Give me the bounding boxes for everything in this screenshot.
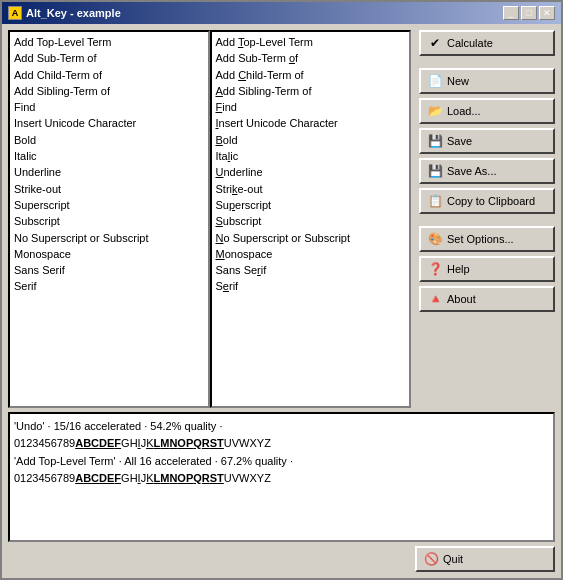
list-item[interactable]: Serif (214, 278, 408, 294)
new-button[interactable]: 📄 New (419, 68, 555, 94)
list-item[interactable]: Sans Serif (214, 262, 408, 278)
set-options-label: Set Options... (447, 233, 514, 245)
list-item[interactable]: Bold (12, 132, 206, 148)
sidebar: ✔ Calculate 📄 New 📂 Load... 💾 Save (415, 30, 555, 408)
calculate-label: Calculate (447, 37, 493, 49)
save-as-icon: 💾 (427, 164, 443, 178)
list-item[interactable]: Italic (12, 148, 206, 164)
minimize-button[interactable]: _ (503, 6, 519, 20)
list-item[interactable]: Add Sibling-Term of (12, 83, 206, 99)
left-list[interactable]: Add Top-Level TermAdd Sub-Term ofAdd Chi… (10, 32, 208, 406)
list-item[interactable]: Sans Serif (12, 262, 206, 278)
load-button[interactable]: 📂 Load... (419, 98, 555, 124)
new-label: New (447, 75, 469, 87)
list-item[interactable]: Underline (12, 164, 206, 180)
bottom-line1: 'Undo' · 15/16 accelerated · 54.2% quali… (14, 418, 549, 451)
main-area: Add Top-Level TermAdd Sub-Term ofAdd Chi… (8, 30, 555, 408)
new-icon: 📄 (427, 74, 443, 88)
list-item[interactable]: Superscript (214, 197, 408, 213)
list-item[interactable]: Strike-out (12, 181, 206, 197)
list-item[interactable]: Add Child-Term of (12, 67, 206, 83)
list-item[interactable]: Add Sub-Term of (12, 50, 206, 66)
calculate-button[interactable]: ✔ Calculate (419, 30, 555, 56)
load-icon: 📂 (427, 104, 443, 118)
list-item[interactable]: Add Top-Level Term (214, 34, 408, 50)
alphabet-line1: 0123456789ABCDEFGHIJKLMNOPQRSTUVWXYZ (14, 437, 271, 449)
help-label: Help (447, 263, 470, 275)
about-button[interactable]: 🔺 About (419, 286, 555, 312)
save-as-button[interactable]: 💾 Save As... (419, 158, 555, 184)
calculate-icon: ✔ (427, 36, 443, 50)
list-item[interactable]: Serif (12, 278, 206, 294)
list-item[interactable]: Strike-out (214, 181, 408, 197)
load-label: Load... (447, 105, 481, 117)
list-item[interactable]: Italic (214, 148, 408, 164)
list-item[interactable]: No Superscript or Subscript (12, 230, 206, 246)
left-list-container: Add Top-Level TermAdd Sub-Term ofAdd Chi… (8, 30, 210, 408)
save-as-label: Save As... (447, 165, 497, 177)
list-item[interactable]: Add Top-Level Term (12, 34, 206, 50)
bottom-text-scroll[interactable]: 'Undo' · 15/16 accelerated · 54.2% quali… (10, 414, 553, 540)
title-bar-left: A Alt_Key - example (8, 6, 121, 20)
quit-area: 🚫 Quit (8, 546, 555, 572)
list-item[interactable]: Subscript (12, 213, 206, 229)
copy-icon: 📋 (427, 194, 443, 208)
bottom-line2: 'Add Top-Level Term' · All 16 accelerate… (14, 453, 549, 486)
title-bar: A Alt_Key - example _ □ ✕ (2, 2, 561, 24)
quit-label: Quit (443, 553, 463, 565)
list-item[interactable]: Find (214, 99, 408, 115)
close-button[interactable]: ✕ (539, 6, 555, 20)
quit-button[interactable]: 🚫 Quit (415, 546, 555, 572)
save-icon: 💾 (427, 134, 443, 148)
list-item[interactable]: Bold (214, 132, 408, 148)
list-item[interactable]: Underline (214, 164, 408, 180)
set-options-button[interactable]: 🎨 Set Options... (419, 226, 555, 252)
window-icon: A (8, 6, 22, 20)
options-icon: 🎨 (427, 232, 443, 246)
save-label: Save (447, 135, 472, 147)
list-item[interactable]: Add Sibling-Term of (214, 83, 408, 99)
help-button[interactable]: ❓ Help (419, 256, 555, 282)
right-list[interactable]: Add Top-Level TermAdd Sub-Term ofAdd Chi… (212, 32, 410, 406)
alphabet-line2: 0123456789ABCDEFGHIJKLMNOPQRSTUVWXYZ (14, 472, 271, 484)
window-title: Alt_Key - example (26, 7, 121, 19)
about-label: About (447, 293, 476, 305)
content-area: Add Top-Level TermAdd Sub-Term ofAdd Chi… (2, 24, 561, 578)
list-item[interactable]: Subscript (214, 213, 408, 229)
lists-area: Add Top-Level TermAdd Sub-Term ofAdd Chi… (8, 30, 411, 408)
bottom-area: 'Undo' · 15/16 accelerated · 54.2% quali… (8, 412, 555, 542)
list-item[interactable]: Monospace (12, 246, 206, 262)
list-item[interactable]: Superscript (12, 197, 206, 213)
copy-clipboard-label: Copy to Clipboard (447, 195, 535, 207)
maximize-button[interactable]: □ (521, 6, 537, 20)
list-item[interactable]: Add Sub-Term of (214, 50, 408, 66)
save-button[interactable]: 💾 Save (419, 128, 555, 154)
quit-icon: 🚫 (423, 552, 439, 566)
list-item[interactable]: Insert Unicode Character (214, 115, 408, 131)
copy-clipboard-button[interactable]: 📋 Copy to Clipboard (419, 188, 555, 214)
list-item[interactable]: Add Child-Term of (214, 67, 408, 83)
help-icon: ❓ (427, 262, 443, 276)
about-icon: 🔺 (427, 292, 443, 306)
right-list-container: Add Top-Level TermAdd Sub-Term ofAdd Chi… (210, 30, 412, 408)
list-item[interactable]: No Superscript or Subscript (214, 230, 408, 246)
title-buttons: _ □ ✕ (503, 6, 555, 20)
list-item[interactable]: Insert Unicode Character (12, 115, 206, 131)
list-item[interactable]: Find (12, 99, 206, 115)
main-window: A Alt_Key - example _ □ ✕ Add Top-Level … (0, 0, 563, 580)
list-item[interactable]: Monospace (214, 246, 408, 262)
